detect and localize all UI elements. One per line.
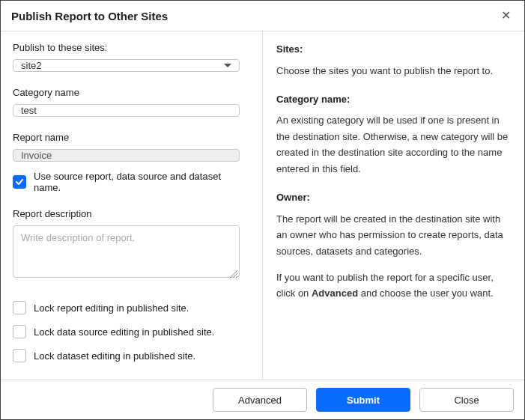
help-owner-heading: Owner: [276, 190, 511, 205]
use-source-checkbox[interactable] [13, 175, 26, 189]
lock-datasource-label[interactable]: Lock data source editing in published si… [34, 326, 214, 338]
lock-report-checkbox[interactable] [13, 301, 26, 314]
submit-button[interactable]: Submit [316, 388, 410, 412]
help-owner-text2: If you want to publish the report for a … [276, 270, 511, 302]
chevron-down-icon [224, 64, 231, 67]
dialog-header: Publish Report to Other Sites ✕ [1, 1, 524, 31]
close-icon[interactable]: ✕ [498, 8, 514, 23]
lock-report-label[interactable]: Lock report editing in published site. [34, 302, 189, 314]
category-input[interactable] [13, 104, 240, 117]
dialog-title: Publish Report to Other Sites [11, 10, 168, 22]
lock-dataset-checkbox[interactable] [13, 349, 26, 362]
sites-select[interactable]: site2 [13, 59, 240, 72]
dialog-content: Publish to these sites: site2 Category n… [1, 31, 524, 380]
sites-select-value: site2 [21, 60, 41, 71]
reportname-label: Report name [13, 132, 250, 143]
help-sites-heading: Sites: [276, 42, 511, 57]
close-button[interactable]: Close [419, 388, 514, 412]
reportname-input [13, 149, 240, 162]
description-label: Report description [13, 208, 250, 219]
help-owner-text1: The report will be created in the destin… [276, 211, 511, 259]
help-pane: Sites: Choose the sites you want to publ… [263, 31, 524, 380]
use-source-label[interactable]: Use source report, data source and datas… [34, 171, 250, 193]
sites-label: Publish to these sites: [13, 42, 250, 53]
advanced-button[interactable]: Advanced [213, 388, 307, 412]
check-icon [15, 177, 24, 186]
description-textarea[interactable] [13, 225, 240, 278]
help-sites-text: Choose the sites you want to publish the… [276, 63, 511, 79]
help-owner-advanced: Advanced [312, 287, 358, 299]
form-pane: Publish to these sites: site2 Category n… [1, 31, 263, 380]
lock-dataset-label[interactable]: Lock dataset editing in published site. [34, 350, 195, 362]
lock-datasource-checkbox[interactable] [13, 325, 26, 338]
category-label: Category name [13, 87, 250, 98]
help-category-text: An existing category will be used if one… [276, 112, 511, 177]
dialog-footer: Advanced Submit Close [1, 380, 524, 419]
help-category-heading: Category name: [276, 92, 511, 107]
